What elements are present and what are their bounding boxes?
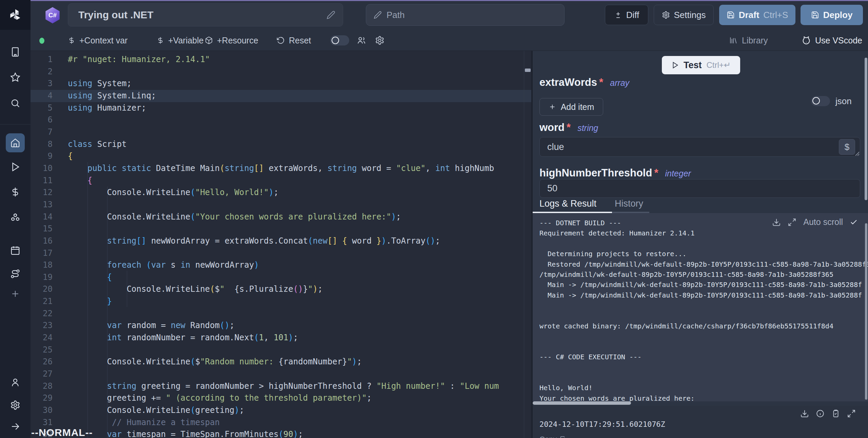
deploy-button[interactable]: Deploy — [801, 5, 863, 25]
add-item-button[interactable]: Add item — [539, 98, 603, 116]
insert-variable-button[interactable]: $ — [839, 139, 855, 155]
code-line[interactable]: 32 var timespan = TimeSpan.FromMinutes(9… — [31, 429, 531, 438]
json-toggle[interactable] — [811, 96, 830, 106]
resize-handle[interactable] — [855, 152, 859, 156]
code-line[interactable]: 25 — [31, 344, 531, 356]
code-text: using System.Linq; — [68, 90, 156, 102]
code-line[interactable]: 11 { — [31, 175, 531, 187]
code-line[interactable]: 10 public static DateTime Main(string[] … — [31, 163, 531, 175]
copy-label: Copy — [539, 435, 557, 438]
draft-button[interactable]: Draft Ctrl+S — [719, 5, 795, 25]
code-line[interactable]: 16 string[] newWordArray = extraWords.Co… — [31, 235, 531, 247]
library-button[interactable]: Library — [729, 30, 768, 51]
windmill-logo[interactable] — [0, 0, 31, 30]
panel-scrollbar-thumb[interactable] — [865, 58, 867, 200]
use-vscode-button[interactable]: Use VScode — [802, 30, 862, 51]
code-line[interactable]: 15 — [31, 223, 531, 235]
add-resource-button[interactable]: +Resource — [205, 30, 258, 51]
expand-icon[interactable] — [847, 409, 856, 418]
code-line[interactable]: 7 — [31, 126, 531, 138]
gear-icon — [662, 11, 670, 19]
code-line[interactable]: 26 Console.WriteLine($"Random number: {r… — [31, 356, 531, 368]
editor-scrollbar-track[interactable] — [524, 51, 524, 438]
code-line[interactable]: 27 — [31, 368, 531, 380]
code-line[interactable]: 2 — [31, 66, 531, 78]
threshold-input[interactable]: 50 — [539, 179, 860, 198]
code-line[interactable]: 19 { — [31, 271, 531, 284]
code-line[interactable]: 4using System.Linq; — [31, 90, 531, 102]
code-line[interactable]: 8class Script — [31, 138, 531, 151]
info-icon[interactable] — [816, 409, 825, 418]
code-line[interactable]: 21 } — [31, 296, 531, 308]
line-number: 26 — [31, 356, 53, 368]
sidebar-item-runs[interactable] — [6, 157, 25, 176]
test-button[interactable]: Test Ctrl+↵ — [662, 56, 740, 74]
code-line[interactable]: 12 Console.WriteLine("Hello, World!"); — [31, 187, 531, 199]
editor-scrollbar-thumb[interactable] — [525, 69, 531, 72]
code-line[interactable]: 20 Console.WriteLine($" {s.Pluralize()}"… — [31, 283, 531, 296]
library-label: Library — [742, 36, 768, 45]
sidebar-item-settings[interactable] — [6, 396, 25, 415]
code-line[interactable]: 14 Console.WriteLine("Your chosen words … — [31, 211, 531, 223]
code-line[interactable]: 28 string greeting = randomNumber > high… — [31, 380, 531, 393]
editor-settings-button[interactable] — [375, 30, 384, 51]
concurrent-edit-toggle[interactable] — [330, 30, 349, 51]
code-line[interactable]: 1#r "nuget: Humanizer, 2.14.1" — [31, 54, 531, 66]
script-title-field[interactable]: Trying out .NET — [68, 3, 343, 26]
sidebar-item-variables[interactable] — [6, 183, 25, 202]
code-line[interactable]: 23 var random = new Random(); — [31, 320, 531, 332]
sidebar-item-favorites[interactable] — [6, 68, 25, 87]
edit-title-icon[interactable] — [327, 11, 335, 19]
add-context-var-button[interactable]: +Context var — [68, 30, 127, 51]
clipboard-copy-icon[interactable] — [831, 409, 840, 418]
json-toggle-knob — [812, 97, 820, 104]
code-line[interactable]: 17 — [31, 247, 531, 260]
sidebar-item-account[interactable] — [6, 373, 25, 392]
sidebar-item-flows[interactable] — [6, 264, 25, 283]
tab-logs-result[interactable]: Logs & Result — [539, 198, 596, 209]
logs-vscrollbar-thumb[interactable] — [865, 223, 867, 400]
draft-label: Draft — [739, 10, 760, 20]
tab-history[interactable]: History — [615, 198, 643, 209]
code-text: { — [68, 271, 112, 284]
code-line[interactable]: 6 — [31, 114, 531, 126]
line-number: 19 — [31, 271, 53, 284]
code-line[interactable]: 31 // Humanize a timespan — [31, 417, 531, 429]
word-input[interactable]: clue $ — [539, 137, 860, 157]
line-number: 6 — [31, 114, 53, 126]
collaborators-button[interactable] — [357, 30, 366, 51]
code-line[interactable]: 22 — [31, 308, 531, 320]
sidebar-item-add[interactable] — [6, 284, 25, 303]
code-line[interactable]: 9{ — [31, 150, 531, 163]
sidebar-item-home[interactable] — [6, 133, 25, 152]
copy-result-button[interactable]: Copy — [539, 435, 567, 438]
add-variable-button[interactable]: +Variable — [157, 30, 203, 51]
sidebar-collapse[interactable] — [6, 417, 25, 436]
code-line[interactable]: 30 Console.WriteLine(greeting); — [31, 404, 531, 417]
sidebar-item-resources[interactable] — [6, 208, 25, 227]
download-icon[interactable] — [800, 409, 809, 418]
code-line[interactable]: 3using System; — [31, 78, 531, 90]
code-line[interactable]: 29 greeting += " (according to the thres… — [31, 392, 531, 404]
logs-pane[interactable]: Auto scroll --- DOTNET BUILD ---Requirem… — [533, 213, 868, 401]
code-line[interactable]: 24 int randomNumber = random.Next(1, 101… — [31, 332, 531, 344]
log-line — [539, 239, 868, 249]
sidebar-item-schedules[interactable] — [6, 241, 25, 260]
line-number: 24 — [31, 332, 53, 344]
diff-button[interactable]: Diff — [605, 5, 648, 25]
toggle-switch[interactable] — [330, 35, 349, 45]
reset-button[interactable]: Reset — [277, 30, 311, 51]
log-line: wrote cached binary: /tmp/windmill/cache… — [539, 321, 868, 331]
settings-button[interactable]: Settings — [654, 5, 714, 25]
sidebar-item-workspace[interactable] — [6, 42, 25, 61]
sidebar-item-search[interactable] — [6, 94, 25, 113]
path-button[interactable]: Path u/etienne/microsoft_java_test — [366, 4, 565, 26]
code-editor[interactable]: 1#r "nuget: Humanizer, 2.14.1"23using Sy… — [31, 51, 531, 438]
diff-icon — [614, 11, 622, 19]
play-icon — [671, 61, 679, 69]
code-line[interactable]: 5using Humanizer; — [31, 102, 531, 114]
logs-hscrollbar-thumb[interactable] — [533, 401, 631, 405]
line-number: 23 — [31, 320, 53, 332]
code-line[interactable]: 13 — [31, 199, 531, 211]
code-line[interactable]: 18 foreach (var s in newWordArray) — [31, 259, 531, 271]
